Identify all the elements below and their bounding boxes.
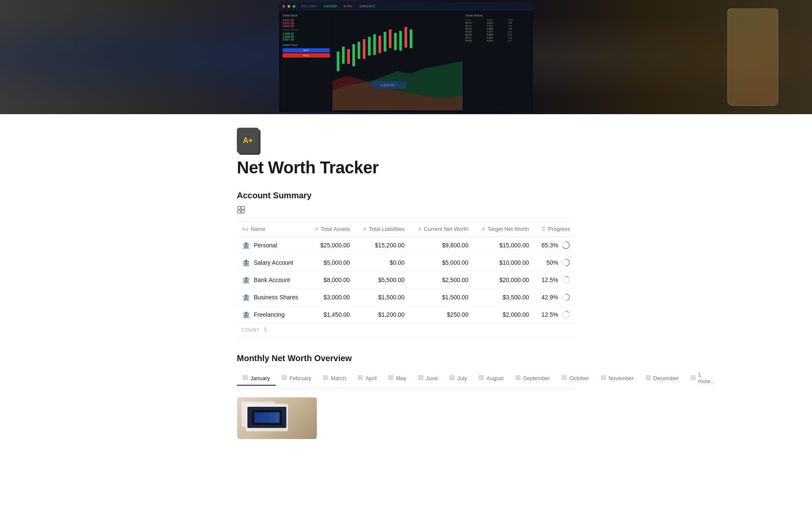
progress-circle-icon — [562, 276, 570, 284]
tab-label: 1 more... — [698, 372, 715, 384]
row-target-net-worth: $20,000.00 — [473, 271, 534, 289]
monthly-overview-heading: Monthly Net Worth Overview — [237, 354, 575, 363]
svg-rect-22 — [241, 210, 244, 213]
tab-grid-icon — [388, 375, 393, 381]
svg-rect-78 — [649, 375, 650, 377]
svg-rect-68 — [518, 378, 520, 380]
svg-rect-56 — [421, 378, 423, 380]
tab-label: April — [365, 375, 376, 381]
tab-label: August — [486, 375, 503, 381]
month-tab-march[interactable]: March — [317, 372, 352, 386]
svg-rect-60 — [453, 378, 454, 380]
svg-rect-65 — [516, 375, 518, 377]
col-header-total-assets: # Total Assets — [307, 222, 355, 237]
progress-value: 12.5% — [541, 311, 558, 318]
svg-rect-66 — [518, 375, 520, 377]
col-header-total-liabilities: # Total Liabilities — [355, 222, 409, 237]
row-total-assets: $25,000.00 — [307, 237, 355, 254]
month-tab-september[interactable]: September — [510, 372, 556, 386]
row-target-net-worth: $10,000.00 — [473, 254, 534, 271]
bank-icon: 🏦 — [242, 276, 250, 284]
progress-circle-icon — [562, 258, 570, 267]
svg-rect-38 — [285, 375, 286, 377]
svg-rect-39 — [282, 378, 284, 380]
month-tab-may[interactable]: May — [382, 372, 412, 386]
progress-circle-icon — [562, 293, 570, 301]
svg-rect-12 — [389, 30, 391, 48]
row-name: Business Shares — [254, 294, 298, 301]
progress-circle-icon — [562, 310, 570, 319]
row-current-net-worth: $1,500.00 — [409, 289, 473, 306]
svg-rect-42 — [326, 375, 328, 377]
svg-rect-73 — [601, 375, 603, 377]
row-target-net-worth: $3,500.00 — [473, 289, 534, 306]
table-row[interactable]: 🏦 Bank Account $8,000.00 $5,500.00 $2,50… — [237, 271, 575, 289]
tab-grid-icon — [450, 375, 455, 381]
svg-rect-9 — [373, 34, 376, 55]
glass-jar-decoration — [727, 8, 778, 106]
col-header-progress: Σ Progress — [534, 222, 575, 237]
tab-grid-icon — [243, 375, 248, 381]
table-row[interactable]: 🏦 Salary Account $5,000.00 $0.00 $5,000.… — [237, 254, 575, 271]
month-tabs-row: January February March — [237, 368, 575, 389]
account-summary-section: Account Summary Aa Name — [237, 191, 575, 337]
month-tab-january[interactable]: January — [237, 372, 276, 386]
row-total-assets: $5,000.00 — [307, 254, 355, 271]
row-target-net-worth: $15,000.00 — [473, 237, 534, 254]
table-row[interactable]: 🏦 Freelancing $1,450.00 $1,200.00 $250.0… — [237, 306, 575, 323]
month-tab-july[interactable]: July — [444, 372, 473, 386]
svg-rect-15 — [404, 27, 407, 48]
table-row[interactable]: 🏦 Business Shares $3,000.00 $1,500.00 $1… — [237, 289, 575, 306]
month-tab-february[interactable]: February — [276, 372, 317, 386]
svg-rect-47 — [358, 378, 360, 380]
hero-banner: BTC-USD 3,810.00 -0.4% 3,843 BTC Order B… — [0, 0, 812, 114]
january-thumbnail-image — [237, 397, 317, 439]
svg-rect-72 — [565, 378, 566, 380]
svg-rect-82 — [694, 375, 695, 377]
row-progress-cell: 12.5% — [534, 306, 575, 323]
svg-rect-53 — [419, 375, 420, 377]
table-layout-icon — [237, 206, 575, 216]
row-progress-cell: 42.9% — [534, 289, 575, 306]
tab-grid-icon — [282, 375, 287, 381]
svg-rect-62 — [482, 375, 483, 377]
page-icon: A+ — [237, 128, 259, 153]
month-tab-june[interactable]: June — [412, 372, 444, 386]
table-row[interactable]: 🏦 Personal $25,000.00 $15,200.00 $9,800.… — [237, 237, 575, 254]
tab-grid-icon — [358, 375, 363, 381]
svg-rect-55 — [419, 378, 420, 380]
tab-label: May — [396, 375, 406, 381]
trading-screen-decoration: BTC-USD 3,810.00 -0.4% 3,843 BTC Order B… — [279, 2, 533, 112]
svg-rect-61 — [479, 375, 481, 377]
tab-grid-icon — [562, 375, 567, 381]
svg-rect-70 — [565, 375, 566, 377]
month-tab-1-more...[interactable]: 1 more... — [685, 368, 721, 389]
month-tab-december[interactable]: December — [640, 372, 685, 386]
svg-rect-19 — [238, 206, 241, 209]
tab-grid-icon — [646, 375, 651, 381]
tab-label: January — [250, 375, 270, 381]
svg-rect-20 — [241, 206, 244, 209]
row-name: Bank Account — [254, 277, 290, 283]
row-total-liabilities: $0.00 — [355, 254, 409, 271]
row-progress-cell: 50% — [534, 254, 575, 271]
month-tab-april[interactable]: April — [352, 372, 382, 386]
row-current-net-worth: $9,800.00 — [409, 237, 473, 254]
svg-rect-11 — [384, 32, 386, 51]
col-header-target-net-worth: # Target Net Worth — [473, 222, 534, 237]
svg-rect-75 — [601, 378, 603, 380]
month-tab-october[interactable]: October — [556, 372, 595, 386]
svg-rect-6 — [358, 42, 360, 59]
svg-rect-34 — [246, 375, 247, 377]
bank-icon: 🏦 — [242, 311, 250, 319]
svg-rect-71 — [562, 378, 564, 380]
svg-rect-13 — [394, 33, 397, 50]
progress-value: 50% — [546, 259, 558, 266]
tab-grid-icon — [418, 375, 423, 381]
tab-label: September — [523, 375, 550, 381]
month-tab-august[interactable]: August — [473, 372, 509, 386]
tab-label: February — [289, 375, 311, 381]
month-tab-november[interactable]: November — [595, 372, 640, 386]
january-thumbnail[interactable] — [237, 397, 317, 439]
svg-rect-67 — [516, 378, 518, 380]
